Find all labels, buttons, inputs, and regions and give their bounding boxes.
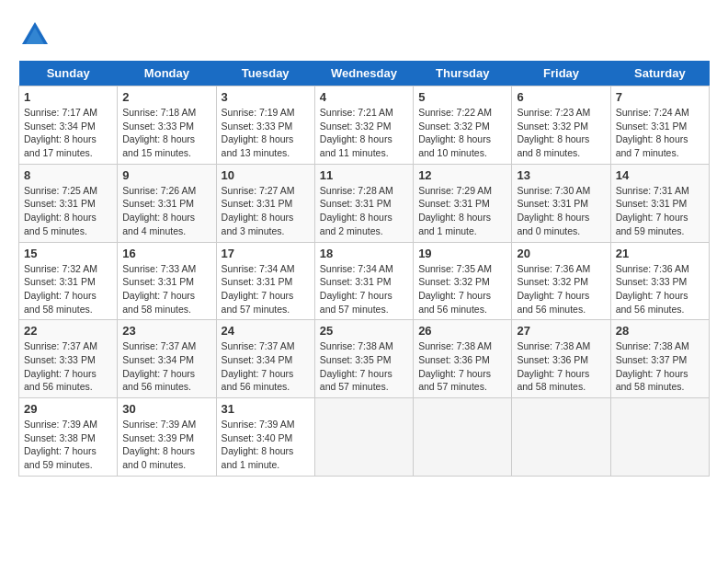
day-info: Sunrise: 7:19 AMSunset: 3:33 PMDaylight:…	[222, 106, 310, 160]
day-number: 10	[222, 168, 310, 182]
col-header-monday: Monday	[118, 61, 216, 86]
calendar-day-cell: 15Sunrise: 7:32 AMSunset: 3:31 PMDayligh…	[19, 242, 118, 320]
calendar-day-cell: 27Sunrise: 7:38 AMSunset: 3:36 PMDayligh…	[512, 320, 610, 398]
day-info: Sunrise: 7:37 AMSunset: 3:34 PMDaylight:…	[122, 339, 210, 394]
calendar-day-cell: 16Sunrise: 7:33 AMSunset: 3:31 PMDayligh…	[118, 242, 216, 320]
day-number: 3	[222, 90, 310, 104]
day-number: 12	[418, 168, 506, 182]
day-info: Sunrise: 7:28 AMSunset: 3:31 PMDaylight:…	[320, 184, 408, 238]
col-header-sunday: Sunday	[19, 61, 118, 86]
day-number: 2	[122, 90, 210, 104]
day-number: 19	[418, 247, 506, 260]
calendar-day-cell: 6Sunrise: 7:23 AMSunset: 3:32 PMDaylight…	[512, 86, 610, 165]
day-info: Sunrise: 7:27 AMSunset: 3:31 PMDaylight:…	[222, 184, 310, 238]
calendar-day-cell: 13Sunrise: 7:30 AMSunset: 3:31 PMDayligh…	[512, 164, 610, 242]
day-number: 11	[320, 168, 408, 182]
day-number: 30	[122, 402, 210, 416]
calendar-day-cell: 7Sunrise: 7:24 AMSunset: 3:31 PMDaylight…	[610, 86, 709, 165]
col-header-friday: Friday	[512, 61, 610, 86]
day-number: 9	[122, 168, 210, 182]
col-header-thursday: Thursday	[414, 61, 512, 86]
day-number: 13	[517, 168, 605, 182]
calendar-day-cell: 29Sunrise: 7:39 AMSunset: 3:38 PMDayligh…	[19, 398, 118, 477]
calendar-day-cell	[314, 398, 413, 477]
calendar-day-cell: 10Sunrise: 7:27 AMSunset: 3:31 PMDayligh…	[216, 164, 314, 242]
logo-icon	[18, 18, 51, 52]
day-info: Sunrise: 7:24 AMSunset: 3:31 PMDaylight:…	[616, 106, 704, 160]
day-number: 20	[517, 247, 605, 260]
calendar-table: SundayMondayTuesdayWednesdayThursdayFrid…	[18, 61, 710, 477]
day-info: Sunrise: 7:36 AMSunset: 3:33 PMDaylight:…	[616, 262, 704, 316]
day-number: 17	[222, 247, 310, 260]
day-info: Sunrise: 7:29 AMSunset: 3:31 PMDaylight:…	[418, 184, 506, 238]
day-number: 21	[616, 247, 704, 260]
calendar-day-cell	[414, 398, 512, 477]
day-info: Sunrise: 7:37 AMSunset: 3:34 PMDaylight:…	[222, 339, 310, 394]
day-info: Sunrise: 7:22 AMSunset: 3:32 PMDaylight:…	[418, 106, 506, 160]
day-number: 14	[616, 168, 704, 182]
page-header	[18, 18, 710, 52]
day-number: 28	[616, 324, 704, 338]
day-info: Sunrise: 7:38 AMSunset: 3:37 PMDaylight:…	[616, 339, 704, 394]
day-info: Sunrise: 7:18 AMSunset: 3:33 PMDaylight:…	[122, 106, 210, 160]
day-number: 27	[517, 324, 605, 338]
calendar-day-cell: 25Sunrise: 7:38 AMSunset: 3:35 PMDayligh…	[314, 320, 413, 398]
day-number: 24	[222, 324, 310, 338]
day-number: 31	[222, 402, 310, 416]
calendar-day-cell: 24Sunrise: 7:37 AMSunset: 3:34 PMDayligh…	[216, 320, 314, 398]
calendar-day-cell: 1Sunrise: 7:17 AMSunset: 3:34 PMDaylight…	[19, 86, 118, 165]
calendar-day-cell: 8Sunrise: 7:25 AMSunset: 3:31 PMDaylight…	[19, 164, 118, 242]
calendar-day-cell: 3Sunrise: 7:19 AMSunset: 3:33 PMDaylight…	[216, 86, 314, 165]
calendar-day-cell: 11Sunrise: 7:28 AMSunset: 3:31 PMDayligh…	[314, 164, 413, 242]
calendar-day-cell: 4Sunrise: 7:21 AMSunset: 3:32 PMDaylight…	[314, 86, 413, 165]
calendar-day-cell: 22Sunrise: 7:37 AMSunset: 3:33 PMDayligh…	[19, 320, 118, 398]
calendar-day-cell: 14Sunrise: 7:31 AMSunset: 3:31 PMDayligh…	[610, 164, 709, 242]
day-number: 25	[320, 324, 408, 338]
day-number: 4	[320, 90, 408, 104]
calendar-day-cell: 18Sunrise: 7:34 AMSunset: 3:31 PMDayligh…	[314, 242, 413, 320]
day-info: Sunrise: 7:32 AMSunset: 3:31 PMDaylight:…	[24, 262, 112, 316]
day-number: 18	[320, 247, 408, 260]
day-info: Sunrise: 7:36 AMSunset: 3:32 PMDaylight:…	[517, 262, 605, 316]
day-info: Sunrise: 7:23 AMSunset: 3:32 PMDaylight:…	[517, 106, 605, 160]
calendar-week-row: 15Sunrise: 7:32 AMSunset: 3:31 PMDayligh…	[19, 242, 710, 320]
calendar-day-cell: 9Sunrise: 7:26 AMSunset: 3:31 PMDaylight…	[118, 164, 216, 242]
calendar-day-cell: 5Sunrise: 7:22 AMSunset: 3:32 PMDaylight…	[414, 86, 512, 165]
calendar-day-cell: 12Sunrise: 7:29 AMSunset: 3:31 PMDayligh…	[414, 164, 512, 242]
day-number: 6	[517, 90, 605, 104]
calendar-week-row: 22Sunrise: 7:37 AMSunset: 3:33 PMDayligh…	[19, 320, 710, 398]
calendar-day-cell	[512, 398, 610, 477]
day-info: Sunrise: 7:35 AMSunset: 3:32 PMDaylight:…	[418, 262, 506, 316]
col-header-wednesday: Wednesday	[314, 61, 413, 86]
col-header-tuesday: Tuesday	[216, 61, 314, 86]
day-number: 1	[24, 90, 112, 104]
calendar-day-cell: 17Sunrise: 7:34 AMSunset: 3:31 PMDayligh…	[216, 242, 314, 320]
day-info: Sunrise: 7:38 AMSunset: 3:36 PMDaylight:…	[517, 339, 605, 394]
calendar-day-cell: 2Sunrise: 7:18 AMSunset: 3:33 PMDaylight…	[118, 86, 216, 165]
day-info: Sunrise: 7:21 AMSunset: 3:32 PMDaylight:…	[320, 106, 408, 160]
day-number: 8	[24, 168, 112, 182]
calendar-day-cell: 28Sunrise: 7:38 AMSunset: 3:37 PMDayligh…	[610, 320, 709, 398]
calendar-day-cell: 19Sunrise: 7:35 AMSunset: 3:32 PMDayligh…	[414, 242, 512, 320]
day-number: 7	[616, 90, 704, 104]
day-info: Sunrise: 7:38 AMSunset: 3:36 PMDaylight:…	[418, 339, 506, 394]
calendar-day-cell: 30Sunrise: 7:39 AMSunset: 3:39 PMDayligh…	[118, 398, 216, 477]
calendar-week-row: 8Sunrise: 7:25 AMSunset: 3:31 PMDaylight…	[19, 164, 710, 242]
day-number: 16	[122, 247, 210, 260]
day-info: Sunrise: 7:33 AMSunset: 3:31 PMDaylight:…	[122, 262, 210, 316]
calendar-day-cell: 23Sunrise: 7:37 AMSunset: 3:34 PMDayligh…	[118, 320, 216, 398]
day-info: Sunrise: 7:37 AMSunset: 3:33 PMDaylight:…	[24, 339, 112, 394]
calendar-day-cell: 26Sunrise: 7:38 AMSunset: 3:36 PMDayligh…	[414, 320, 512, 398]
calendar-day-cell: 31Sunrise: 7:39 AMSunset: 3:40 PMDayligh…	[216, 398, 314, 477]
day-info: Sunrise: 7:30 AMSunset: 3:31 PMDaylight:…	[517, 184, 605, 238]
day-info: Sunrise: 7:34 AMSunset: 3:31 PMDaylight:…	[320, 262, 408, 316]
day-info: Sunrise: 7:25 AMSunset: 3:31 PMDaylight:…	[24, 184, 112, 238]
calendar-day-cell: 21Sunrise: 7:36 AMSunset: 3:33 PMDayligh…	[610, 242, 709, 320]
calendar-week-row: 29Sunrise: 7:39 AMSunset: 3:38 PMDayligh…	[19, 398, 710, 477]
calendar-day-cell: 20Sunrise: 7:36 AMSunset: 3:32 PMDayligh…	[512, 242, 610, 320]
day-info: Sunrise: 7:39 AMSunset: 3:38 PMDaylight:…	[24, 418, 112, 472]
day-number: 29	[24, 402, 112, 416]
day-info: Sunrise: 7:39 AMSunset: 3:39 PMDaylight:…	[122, 418, 210, 472]
day-info: Sunrise: 7:39 AMSunset: 3:40 PMDaylight:…	[222, 418, 310, 472]
day-number: 26	[418, 324, 506, 338]
